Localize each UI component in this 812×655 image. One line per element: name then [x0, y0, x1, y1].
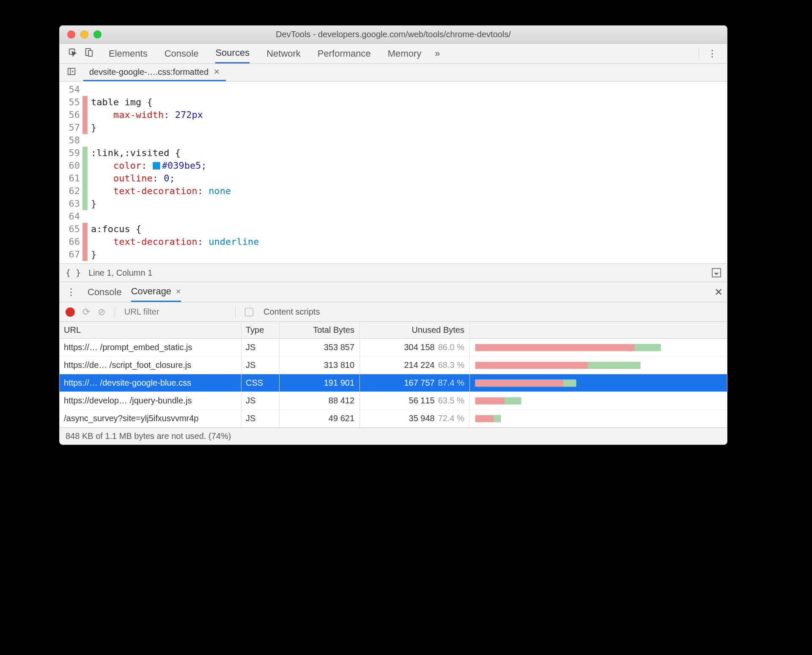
coverage-toolbar: ⟳ ⊘ Content scripts [60, 302, 727, 322]
window-title: DevTools - developers.google.com/web/too… [60, 30, 727, 39]
main-toolbar: ElementsConsoleSourcesNetworkPerformance… [60, 44, 727, 64]
device-toolbar-icon[interactable] [81, 48, 97, 60]
panel-tab-network[interactable]: Network [266, 44, 301, 63]
content-scripts-checkbox[interactable] [245, 308, 253, 316]
svg-rect-2 [88, 50, 92, 56]
coverage-row[interactable]: /async_survey?site=ylj5ifxusvvmr4pJS49 6… [60, 410, 727, 428]
file-tab-label: devsite-google-….css:formatted [89, 67, 208, 77]
header-bar [470, 322, 727, 338]
close-drawer-tab-icon[interactable]: ✕ [176, 288, 181, 296]
coverage-row[interactable]: https://develop… /jquery-bundle.jsJS88 4… [60, 392, 727, 410]
file-tab[interactable]: devsite-google-….css:formatted ✕ [83, 64, 226, 81]
header-type[interactable]: Type [241, 322, 280, 338]
cursor-position: Line 1, Column 1 [88, 268, 152, 278]
drawer-tabs: ⋮ ConsoleCoverage✕ ✕ [60, 282, 727, 302]
titlebar: DevTools - developers.google.com/web/too… [60, 26, 727, 44]
coverage-row[interactable]: https://… /prompt_embed_static.jsJS353 8… [60, 339, 727, 356]
code-lines: table img { max-width: 272px}:link,:visi… [88, 82, 727, 263]
line-number-gutter: 545556575859606162636465666768 [60, 82, 82, 263]
devtools-window: DevTools - developers.google.com/web/too… [59, 25, 727, 445]
source-editor[interactable]: 545556575859606162636465666768 table img… [60, 82, 727, 263]
panel-tab-elements[interactable]: Elements [109, 44, 148, 63]
panel-tab-sources[interactable]: Sources [215, 44, 250, 63]
settings-kebab-icon[interactable]: ⋮ [702, 48, 722, 59]
coverage-table: URL Type Total Bytes Unused Bytes https:… [60, 322, 727, 444]
content-scripts-label: Content scripts [263, 307, 320, 317]
url-filter-input[interactable] [124, 307, 226, 317]
close-file-tab-icon[interactable]: ✕ [214, 67, 220, 77]
panel-tab-memory[interactable]: Memory [388, 44, 421, 63]
coverage-row[interactable]: https://de… /script_foot_closure.jsJS313… [60, 356, 727, 374]
clear-icon[interactable]: ⊘ [98, 307, 105, 318]
panel-tab-console[interactable]: Console [165, 44, 199, 63]
file-tab-bar: devsite-google-….css:formatted ✕ [60, 64, 727, 82]
panel-tab-performance[interactable]: Performance [318, 44, 371, 63]
coverage-row[interactable]: https://… /devsite-google-blue.cssCSS191… [60, 374, 727, 392]
drawer-tab-coverage[interactable]: Coverage✕ [131, 282, 181, 302]
drawer-menu-icon[interactable]: ⋮ [64, 287, 78, 298]
header-unused[interactable]: Unused Bytes [360, 322, 470, 338]
coverage-table-header: URL Type Total Bytes Unused Bytes [60, 322, 727, 339]
panel-tabs: ElementsConsoleSourcesNetworkPerformance… [109, 44, 421, 63]
coverage-gutter [82, 82, 88, 263]
header-url[interactable]: URL [60, 322, 241, 338]
svg-rect-3 [68, 69, 75, 75]
reload-icon[interactable]: ⟳ [82, 307, 90, 318]
coverage-summary: 848 KB of 1.1 MB bytes are not used. (74… [60, 428, 727, 444]
more-panels-icon[interactable]: » [435, 48, 440, 59]
header-total[interactable]: Total Bytes [280, 322, 360, 338]
drawer-tab-console[interactable]: Console [88, 282, 122, 302]
editor-status-bar: { } Line 1, Column 1 [60, 263, 727, 282]
record-button[interactable] [66, 307, 75, 317]
navigator-toggle-icon[interactable] [65, 67, 78, 78]
show-drawer-icon[interactable] [712, 268, 721, 277]
inspect-element-icon[interactable] [65, 48, 81, 60]
pretty-print-icon[interactable]: { } [66, 268, 81, 278]
close-drawer-icon[interactable]: ✕ [714, 286, 723, 298]
